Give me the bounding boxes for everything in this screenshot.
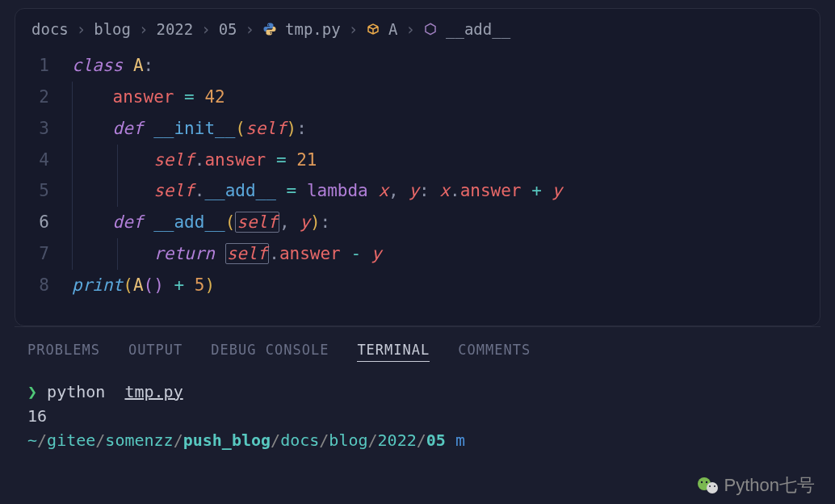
breadcrumb-class[interactable]: A: [388, 20, 397, 38]
terminal-command: python: [47, 380, 105, 404]
code-line: 5 self.__add__ = lambda x, y: x.answer +…: [15, 175, 820, 207]
svg-point-4: [709, 485, 711, 487]
chevron-right-icon: ›: [349, 20, 358, 38]
python-file-icon: [262, 22, 277, 36]
editor-pane: docs › blog › 2022 › 05 › tmp.py › A › _…: [15, 8, 820, 326]
line-number: 3: [15, 113, 72, 145]
code-line: 8print(A() + 5): [15, 270, 820, 301]
line-number: 6: [15, 207, 72, 238]
breadcrumb-item[interactable]: blog: [94, 20, 131, 38]
breadcrumb[interactable]: docs › blog › 2022 › 05 › tmp.py › A › _…: [15, 9, 820, 46]
tab-output[interactable]: OUTPUT: [128, 342, 183, 362]
watermark-text: Python七号: [724, 473, 816, 498]
code-line: 1class A:: [15, 50, 820, 82]
prompt-icon: ❯: [27, 380, 37, 404]
terminal-output: 16: [27, 404, 808, 428]
line-number: 8: [15, 270, 72, 301]
panel-tabs: PROBLEMS OUTPUT DEBUG CONSOLE TERMINAL C…: [0, 327, 835, 372]
chevron-right-icon: ›: [139, 20, 148, 38]
line-number: 5: [15, 175, 72, 207]
method-icon: [423, 22, 438, 36]
chevron-right-icon: ›: [406, 20, 415, 38]
line-number: 7: [15, 238, 72, 270]
svg-point-2: [700, 481, 702, 483]
line-number: 4: [15, 145, 72, 176]
tab-comments[interactable]: COMMENTS: [458, 342, 531, 362]
terminal-command-line: ❯ python tmp.py: [27, 380, 808, 404]
chevron-right-icon: ›: [201, 20, 210, 38]
terminal-path-line: ~/gitee/somenzz/push_blog/docs/blog/2022…: [27, 428, 808, 452]
code-line: 4 self.answer = 21: [15, 145, 820, 176]
code-line: 2 answer = 42: [15, 82, 820, 113]
breadcrumb-method[interactable]: __add__: [446, 20, 510, 38]
terminal-arg: tmp.py: [124, 380, 183, 404]
code-line: 3 def __init__(self):: [15, 113, 820, 145]
line-number: 1: [15, 50, 72, 82]
breadcrumb-file[interactable]: tmp.py: [285, 20, 341, 38]
code-line: 6 def __add__(self, y):: [15, 207, 820, 238]
wechat-icon: [697, 476, 720, 495]
svg-point-5: [714, 485, 715, 487]
class-icon: [366, 22, 380, 36]
breadcrumb-item[interactable]: 2022: [156, 20, 193, 38]
svg-point-3: [705, 481, 707, 483]
watermark: Python七号: [697, 473, 816, 498]
tab-terminal[interactable]: TERMINAL: [357, 342, 430, 362]
tab-debug-console[interactable]: DEBUG CONSOLE: [211, 342, 329, 362]
breadcrumb-item[interactable]: 05: [219, 20, 237, 38]
terminal[interactable]: ❯ python tmp.py 16 ~/gitee/somenzz/push_…: [0, 372, 835, 460]
code-editor[interactable]: 1class A: 2 answer = 42 3 def __init__(s…: [15, 46, 820, 326]
chevron-right-icon: ›: [245, 20, 254, 38]
breadcrumb-item[interactable]: docs: [31, 20, 69, 38]
svg-point-1: [707, 482, 718, 494]
tab-problems[interactable]: PROBLEMS: [27, 342, 100, 362]
line-number: 2: [15, 82, 72, 113]
code-line: 7 return self.answer - y: [15, 238, 820, 270]
chevron-right-icon: ›: [77, 20, 86, 38]
